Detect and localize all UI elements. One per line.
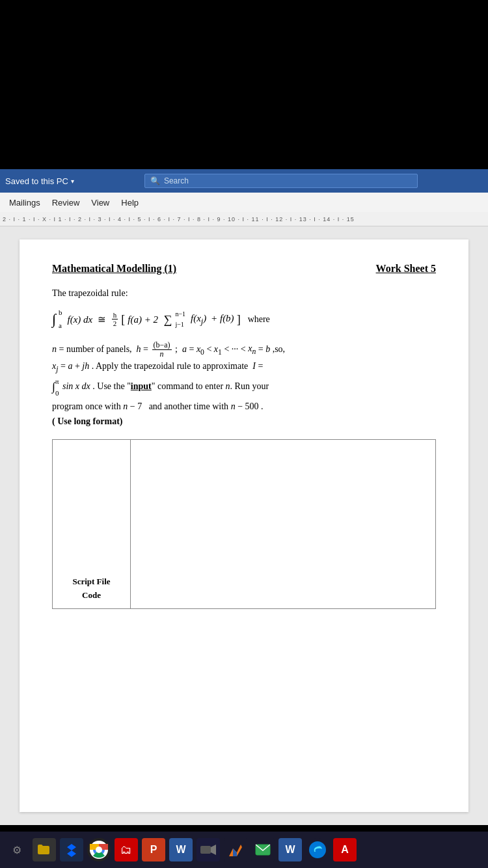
matlab-icon[interactable] xyxy=(224,838,247,861)
menu-bar: Mailings Review View Help xyxy=(0,193,488,212)
desc-line1: n = number of panels, h = (b−a) n ; a = … xyxy=(52,341,436,359)
sum-limits: n−1 j−1 xyxy=(175,309,185,330)
search-bar[interactable]: 🔍 Search xyxy=(144,174,418,188)
svg-rect-4 xyxy=(200,846,211,854)
ruler: 2 · I · 1 · I · X · I 1 · I · 2 · I · 3 … xyxy=(0,212,488,226)
camera-icon[interactable] xyxy=(197,838,220,861)
taskbar: ⚙ 🗂 P W xyxy=(0,832,488,868)
script-label-line1: Script File xyxy=(72,576,110,586)
menu-mailings[interactable]: Mailings xyxy=(4,195,46,210)
settings-icon[interactable]: ⚙ xyxy=(5,838,29,861)
script-table: Script File Code xyxy=(52,439,436,609)
fa-term: f(a) + 2 xyxy=(128,312,158,327)
file-explorer-icon[interactable]: 🗂 xyxy=(115,838,138,861)
word-icon-2[interactable]: W xyxy=(278,838,302,861)
where-text: where xyxy=(243,312,270,327)
doc-title-right: Work Sheet 5 xyxy=(376,263,436,275)
document-area: Mathematical Modelling (1) Work Sheet 5 … xyxy=(0,226,488,825)
doc-body: The trapezoidal rule: ∫ b a f(x) dx ≅ h … xyxy=(52,286,436,609)
saved-label: Saved to this PC xyxy=(5,176,68,186)
title-bar: Saved to this PC ▾ 🔍 Search xyxy=(0,169,488,193)
saved-dropdown-arrow[interactable]: ▾ xyxy=(71,178,74,185)
svg-point-9 xyxy=(309,841,326,858)
powerpoint-icon[interactable]: P xyxy=(142,838,165,861)
ruler-marks: 2 · I · 1 · I · X · I 1 · I · 2 · I · 3 … xyxy=(3,216,355,223)
formula-block: ∫ b a f(x) dx ≅ h 2 [ f(a) + 2 ∑ n−1 j−1 xyxy=(52,307,436,331)
desc-line3: ∫π0 sin x dx . Use the "input" command t… xyxy=(52,375,436,399)
mail-icon[interactable] xyxy=(251,838,275,861)
integral-limits: b a xyxy=(59,307,62,331)
search-placeholder-text: Search xyxy=(164,176,189,185)
approx-sign: ≅ xyxy=(95,312,109,327)
sum-sign: ∑ xyxy=(161,310,172,329)
doc-header: Mathematical Modelling (1) Work Sheet 5 xyxy=(52,263,436,275)
desc-line4: program once with n − 7 and another time… xyxy=(52,399,436,414)
svg-point-3 xyxy=(96,847,102,853)
bracket-close: ] xyxy=(237,310,241,329)
formula-fx: f(x) dx xyxy=(66,312,93,327)
script-label-line2: Code xyxy=(82,590,101,600)
svg-marker-5 xyxy=(211,845,216,855)
edge-icon[interactable] xyxy=(306,838,329,861)
menu-help[interactable]: Help xyxy=(116,195,144,210)
chrome-icon[interactable] xyxy=(87,838,111,861)
script-content-cell[interactable] xyxy=(131,440,436,609)
search-icon: 🔍 xyxy=(150,176,160,186)
fxj-term: f(xj) + f(b) xyxy=(189,310,234,328)
table-row: Script File Code xyxy=(53,440,436,609)
menu-view[interactable]: View xyxy=(86,195,115,210)
saved-status[interactable]: Saved to this PC ▾ xyxy=(5,176,74,186)
folder-icon[interactable] xyxy=(33,838,56,861)
frac-h2: h 2 xyxy=(112,311,118,327)
svg-marker-0 xyxy=(67,844,76,857)
top-black-area xyxy=(0,0,488,169)
document-page: Mathematical Modelling (1) Work Sheet 5 … xyxy=(20,239,468,812)
acrobat-icon[interactable]: A xyxy=(333,838,357,861)
word-icon-1[interactable]: W xyxy=(169,838,193,861)
trap-rule-label: The trapezoidal rule: xyxy=(52,286,436,301)
integral-sign: ∫ xyxy=(52,308,56,331)
dropbox-icon[interactable] xyxy=(60,838,83,861)
desc-line5: ( Use long format) xyxy=(52,414,436,429)
svg-marker-7 xyxy=(233,848,237,856)
desc-line2: xj = a + jh . Apply the trapezoidal rule… xyxy=(52,359,436,375)
bracket-open: [ xyxy=(121,310,125,329)
menu-review[interactable]: Review xyxy=(47,195,85,210)
description-block: n = number of panels, h = (b−a) n ; a = … xyxy=(52,341,436,429)
doc-title-left: Mathematical Modelling (1) xyxy=(52,263,176,275)
script-label-cell: Script File Code xyxy=(53,440,131,609)
